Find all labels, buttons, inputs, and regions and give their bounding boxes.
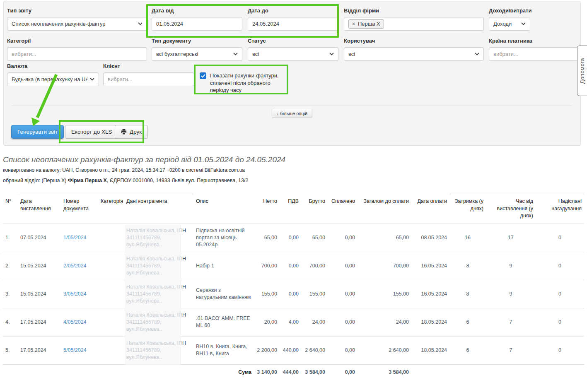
paid-after-checkbox-row: Показати рахунки-фактури, сплачені після… bbox=[200, 72, 283, 94]
date-to-input[interactable]: 24.05.2024 bbox=[248, 17, 338, 31]
client-field: Клієнт вибрати... bbox=[103, 63, 194, 86]
brutto-cell: 24,00 bbox=[301, 308, 328, 336]
col-header-reminders[interactable]: Надіслані нагадування bbox=[536, 194, 584, 224]
description-cell: .01 BACO' AMM. FREE ML 60 bbox=[193, 308, 254, 336]
col-header-contractor[interactable]: Дані контрагента bbox=[124, 194, 193, 224]
income-expense-value: Доходи bbox=[493, 21, 519, 27]
document-link[interactable]: 2/05/2024 bbox=[63, 263, 87, 269]
delay-days-cell: 8 bbox=[449, 252, 486, 280]
contractor-cell: Наталія Ковальська, ІПН341111456789,вул.… bbox=[126, 284, 191, 305]
paid-cell: 0,00 bbox=[328, 336, 358, 364]
col-header-issue-date[interactable]: Дата виставлення bbox=[18, 194, 61, 224]
days-from-issue-cell: 7 bbox=[486, 336, 536, 364]
remove-token-icon[interactable]: × bbox=[352, 21, 355, 27]
col-header-payment-date: Дата оплати bbox=[411, 194, 449, 224]
status-select[interactable]: всі bbox=[248, 47, 338, 61]
department-multiselect[interactable]: × Перша X bbox=[344, 17, 484, 31]
issue-date: 17.05.2024 bbox=[18, 308, 61, 336]
col-header-days-from-issue[interactable]: Час від виставлення (у днях) bbox=[486, 194, 536, 224]
total-due-cell: 2 640,00 bbox=[358, 336, 411, 364]
days-from-issue-cell: 17 bbox=[486, 224, 536, 252]
date-to-value: 24.05.2024 bbox=[252, 21, 334, 27]
netto-cell: 700,00 bbox=[254, 252, 280, 280]
description-cell: Сережки з натуральним камінням bbox=[193, 280, 254, 308]
report-table-wrapper: N° Дата виставлення Номер документа Кате… bbox=[3, 194, 584, 382]
categories-label: Категорії bbox=[7, 38, 147, 44]
issue-date: 15.05.2024 bbox=[18, 280, 61, 308]
paid-after-checkbox[interactable] bbox=[200, 72, 206, 79]
currency-label: Валюта bbox=[7, 63, 99, 69]
vat-cell: 440,00 bbox=[280, 336, 301, 364]
report-type-select[interactable]: Список неоплачених рахунків-фактур bbox=[7, 17, 147, 31]
reminders-cell: 0 bbox=[536, 336, 584, 364]
currency-select[interactable]: Будь-яка (в перерахунку на UAH bbox=[7, 72, 99, 86]
contractor-hidden-text: Наталія Ковальська, ІП bbox=[126, 228, 182, 233]
document-link[interactable]: 3/05/2024 bbox=[63, 291, 87, 297]
days-from-issue-cell: 9 bbox=[486, 252, 536, 280]
contractor-hidden-text: вул.Яблунева.. bbox=[126, 326, 191, 333]
department-line-prefix: обраний відділ: (Перша X) bbox=[3, 178, 68, 183]
col-header-num: N° bbox=[3, 194, 18, 224]
report-filter-panel: Тип звіту Список неоплачених рахунків-фа… bbox=[3, 1, 581, 146]
chevron-down-icon bbox=[138, 22, 143, 25]
category-cell bbox=[98, 280, 124, 308]
row-number: 5. bbox=[3, 336, 18, 364]
description-cell: ВН10 в, Книга, Книга, ВН11 в, Книга bbox=[193, 336, 254, 364]
document-type-select[interactable]: всі бухгалтерські bbox=[152, 47, 242, 61]
paid-after-checkbox-label[interactable]: Показати рахунки-фактури, сплачені після… bbox=[210, 72, 283, 94]
sum-netto: 3 140,00 bbox=[254, 364, 280, 382]
contractor-hidden-text: 341111456789, bbox=[126, 262, 191, 269]
paid-cell: 0,00 bbox=[328, 280, 358, 308]
col-header-delay-days[interactable]: Затримка (у днях) bbox=[449, 194, 486, 224]
contractor-hidden-text: Наталія Ковальська, ІП bbox=[126, 340, 182, 346]
user-select[interactable]: всі bbox=[344, 47, 484, 61]
date-from-input[interactable]: 01.05.2024 bbox=[152, 17, 242, 31]
chevron-down-icon bbox=[233, 53, 238, 55]
total-due-cell: 24,00 bbox=[358, 308, 411, 336]
document-link[interactable]: 1/05/2024 bbox=[63, 235, 87, 240]
income-expense-select[interactable]: Доходи bbox=[489, 17, 530, 31]
payment-date-cell: 16.05.2024 bbox=[411, 252, 449, 280]
contractor-hidden-text: вул.Яблунева.. bbox=[126, 298, 191, 305]
print-button[interactable]: Друк bbox=[115, 125, 148, 139]
payer-country-multiselect[interactable]: вибрати... bbox=[489, 47, 578, 61]
categories-multiselect[interactable]: вибрати... bbox=[7, 47, 147, 61]
client-multiselect[interactable]: вибрати... bbox=[103, 72, 194, 86]
contractor-cell: Наталія Ковальська, ІПН341111456789,вул.… bbox=[126, 255, 191, 277]
reminders-cell: 0 bbox=[536, 224, 584, 252]
issue-date: 17.05.2024 bbox=[18, 336, 61, 364]
document-link[interactable]: 5/05/2024 bbox=[63, 347, 87, 353]
income-expense-label: Доходи/витрати bbox=[489, 7, 530, 14]
help-tab-label: Допомога bbox=[579, 58, 585, 84]
table-row: 4. 17.05.2024 4/05/2024 Наталія Ковальсь… bbox=[3, 308, 584, 336]
client-placeholder: вибрати... bbox=[108, 76, 190, 82]
more-options-button[interactable]: ↓ більше опцій bbox=[272, 109, 312, 118]
report-type-value: Список неоплачених рахунків-фактур bbox=[12, 21, 135, 27]
help-tab[interactable]: Допомога bbox=[577, 46, 587, 96]
contractor-hidden-text: 341111456789, bbox=[126, 347, 191, 354]
col-header-doc-number[interactable]: Номер документа bbox=[61, 194, 98, 224]
export-xls-button[interactable]: Експорт до XLS bbox=[65, 125, 118, 139]
col-header-vat: ПДВ bbox=[280, 194, 301, 224]
row-number: 2. bbox=[3, 252, 18, 280]
user-field: Користувач всі bbox=[344, 38, 484, 61]
sum-empty bbox=[411, 364, 584, 382]
payer-country-field: Країна платника вибрати... bbox=[489, 38, 578, 61]
categories-placeholder: вибрати... bbox=[12, 51, 143, 57]
panel-divider bbox=[12, 106, 572, 106]
contractor-visible-text: Н bbox=[182, 228, 186, 233]
chevron-down-icon bbox=[329, 53, 334, 55]
document-link[interactable]: 4/05/2024 bbox=[63, 319, 87, 325]
delay-days-cell: 8 bbox=[449, 280, 486, 308]
netto-cell: 20,00 bbox=[254, 308, 280, 336]
total-due-cell: 155,00 bbox=[358, 280, 411, 308]
contractor-visible-text: Н bbox=[182, 340, 186, 346]
col-header-netto: Нетто bbox=[254, 194, 280, 224]
row-number: 4. bbox=[3, 308, 18, 336]
contractor-hidden-text: 341111456789, bbox=[126, 234, 191, 241]
total-due-cell: 700,00 bbox=[358, 252, 411, 280]
printer-icon bbox=[121, 129, 127, 135]
generate-report-button[interactable]: Генерувати звіт bbox=[11, 125, 64, 139]
contractor-cell: Наталія Ковальська, ІПН341111456789,вул.… bbox=[126, 340, 191, 361]
sum-vat: 444,00 bbox=[280, 364, 301, 382]
